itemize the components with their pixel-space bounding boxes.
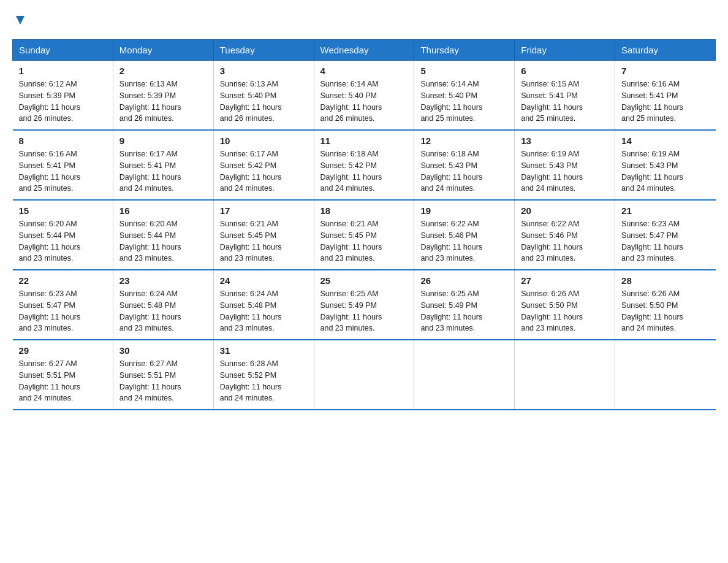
calendar-cell: 14 Sunrise: 6:19 AM Sunset: 5:43 PM Dayl… <box>615 130 716 200</box>
day-info: Sunrise: 6:23 AM Sunset: 5:47 PM Dayligh… <box>621 218 709 264</box>
svg-marker-0 <box>16 16 25 25</box>
calendar-cell: 22 Sunrise: 6:23 AM Sunset: 5:47 PM Dayl… <box>13 270 113 340</box>
day-number: 15 <box>19 205 107 216</box>
day-info: Sunrise: 6:16 AM Sunset: 5:41 PM Dayligh… <box>19 148 107 194</box>
calendar-cell <box>314 340 414 410</box>
calendar-table: SundayMondayTuesdayWednesdayThursdayFrid… <box>12 39 716 410</box>
day-info: Sunrise: 6:20 AM Sunset: 5:44 PM Dayligh… <box>119 218 207 264</box>
day-info: Sunrise: 6:23 AM Sunset: 5:47 PM Dayligh… <box>19 288 107 334</box>
weekday-header-wednesday: Wednesday <box>314 40 414 61</box>
calendar-cell <box>615 340 716 410</box>
day-info: Sunrise: 6:19 AM Sunset: 5:43 PM Dayligh… <box>621 148 709 194</box>
calendar-cell: 13 Sunrise: 6:19 AM Sunset: 5:43 PM Dayl… <box>515 130 615 200</box>
day-number: 12 <box>420 136 508 146</box>
day-number: 24 <box>220 275 308 286</box>
day-number: 10 <box>220 136 308 146</box>
calendar-cell: 25 Sunrise: 6:25 AM Sunset: 5:49 PM Dayl… <box>314 270 414 340</box>
calendar-cell: 10 Sunrise: 6:17 AM Sunset: 5:42 PM Dayl… <box>213 130 314 200</box>
weekday-header-monday: Monday <box>113 40 213 61</box>
calendar-cell: 6 Sunrise: 6:15 AM Sunset: 5:41 PM Dayli… <box>515 61 615 131</box>
calendar-cell: 18 Sunrise: 6:21 AM Sunset: 5:45 PM Dayl… <box>314 200 414 270</box>
weekday-header-thursday: Thursday <box>414 40 515 61</box>
calendar-body: 1 Sunrise: 6:12 AM Sunset: 5:39 PM Dayli… <box>13 61 716 410</box>
day-number: 11 <box>320 136 408 146</box>
day-info: Sunrise: 6:13 AM Sunset: 5:40 PM Dayligh… <box>220 79 308 124</box>
day-info: Sunrise: 6:22 AM Sunset: 5:46 PM Dayligh… <box>521 218 609 264</box>
weekday-header-friday: Friday <box>515 40 615 61</box>
day-number: 5 <box>420 66 508 76</box>
day-number: 7 <box>621 66 709 76</box>
day-number: 30 <box>119 345 207 356</box>
calendar-cell: 17 Sunrise: 6:21 AM Sunset: 5:45 PM Dayl… <box>213 200 314 270</box>
calendar-cell: 16 Sunrise: 6:20 AM Sunset: 5:44 PM Dayl… <box>113 200 213 270</box>
calendar-cell: 7 Sunrise: 6:16 AM Sunset: 5:41 PM Dayli… <box>615 61 716 131</box>
day-number: 26 <box>420 275 508 286</box>
day-info: Sunrise: 6:17 AM Sunset: 5:42 PM Dayligh… <box>220 148 308 194</box>
page-header <box>12 12 716 27</box>
day-number: 14 <box>621 136 709 146</box>
logo-triangle-icon <box>13 13 27 27</box>
day-number: 20 <box>521 205 609 216</box>
day-number: 17 <box>220 205 308 216</box>
week-row-1: 1 Sunrise: 6:12 AM Sunset: 5:39 PM Dayli… <box>13 61 716 131</box>
day-info: Sunrise: 6:26 AM Sunset: 5:50 PM Dayligh… <box>621 288 709 334</box>
calendar-cell: 20 Sunrise: 6:22 AM Sunset: 5:46 PM Dayl… <box>515 200 615 270</box>
day-number: 29 <box>19 345 107 356</box>
calendar-cell: 12 Sunrise: 6:18 AM Sunset: 5:43 PM Dayl… <box>414 130 515 200</box>
week-row-2: 8 Sunrise: 6:16 AM Sunset: 5:41 PM Dayli… <box>13 130 716 200</box>
day-number: 23 <box>119 275 207 286</box>
calendar-cell <box>515 340 615 410</box>
day-info: Sunrise: 6:24 AM Sunset: 5:48 PM Dayligh… <box>220 288 308 334</box>
day-info: Sunrise: 6:13 AM Sunset: 5:39 PM Dayligh… <box>119 79 207 124</box>
calendar-cell: 8 Sunrise: 6:16 AM Sunset: 5:41 PM Dayli… <box>13 130 113 200</box>
day-info: Sunrise: 6:26 AM Sunset: 5:50 PM Dayligh… <box>521 288 609 334</box>
day-info: Sunrise: 6:22 AM Sunset: 5:46 PM Dayligh… <box>420 218 508 264</box>
calendar-cell: 19 Sunrise: 6:22 AM Sunset: 5:46 PM Dayl… <box>414 200 515 270</box>
day-info: Sunrise: 6:15 AM Sunset: 5:41 PM Dayligh… <box>521 79 609 124</box>
day-info: Sunrise: 6:21 AM Sunset: 5:45 PM Dayligh… <box>320 218 408 264</box>
calendar-cell: 11 Sunrise: 6:18 AM Sunset: 5:42 PM Dayl… <box>314 130 414 200</box>
day-info: Sunrise: 6:27 AM Sunset: 5:51 PM Dayligh… <box>119 358 207 404</box>
calendar-cell: 3 Sunrise: 6:13 AM Sunset: 5:40 PM Dayli… <box>213 61 314 131</box>
day-number: 19 <box>420 205 508 216</box>
day-info: Sunrise: 6:24 AM Sunset: 5:48 PM Dayligh… <box>119 288 207 334</box>
day-info: Sunrise: 6:19 AM Sunset: 5:43 PM Dayligh… <box>521 148 609 194</box>
calendar-cell: 27 Sunrise: 6:26 AM Sunset: 5:50 PM Dayl… <box>515 270 615 340</box>
day-info: Sunrise: 6:18 AM Sunset: 5:43 PM Dayligh… <box>420 148 508 194</box>
day-info: Sunrise: 6:27 AM Sunset: 5:51 PM Dayligh… <box>19 358 107 404</box>
calendar-cell: 28 Sunrise: 6:26 AM Sunset: 5:50 PM Dayl… <box>615 270 716 340</box>
day-number: 18 <box>320 205 408 216</box>
day-info: Sunrise: 6:25 AM Sunset: 5:49 PM Dayligh… <box>320 288 408 334</box>
calendar-cell: 31 Sunrise: 6:28 AM Sunset: 5:52 PM Dayl… <box>213 340 314 410</box>
day-info: Sunrise: 6:14 AM Sunset: 5:40 PM Dayligh… <box>420 79 508 124</box>
weekday-header-row: SundayMondayTuesdayWednesdayThursdayFrid… <box>13 40 716 61</box>
calendar-cell: 21 Sunrise: 6:23 AM Sunset: 5:47 PM Dayl… <box>615 200 716 270</box>
day-number: 22 <box>19 275 107 286</box>
logo <box>12 12 27 27</box>
weekday-header-saturday: Saturday <box>615 40 716 61</box>
day-info: Sunrise: 6:18 AM Sunset: 5:42 PM Dayligh… <box>320 148 408 194</box>
calendar-header: SundayMondayTuesdayWednesdayThursdayFrid… <box>13 40 716 61</box>
day-number: 8 <box>19 136 107 146</box>
week-row-5: 29 Sunrise: 6:27 AM Sunset: 5:51 PM Dayl… <box>13 340 716 410</box>
calendar-cell: 30 Sunrise: 6:27 AM Sunset: 5:51 PM Dayl… <box>113 340 213 410</box>
day-number: 3 <box>220 66 308 76</box>
weekday-header-tuesday: Tuesday <box>213 40 314 61</box>
day-number: 13 <box>521 136 609 146</box>
calendar-cell: 4 Sunrise: 6:14 AM Sunset: 5:40 PM Dayli… <box>314 61 414 131</box>
day-info: Sunrise: 6:12 AM Sunset: 5:39 PM Dayligh… <box>19 79 107 124</box>
calendar-cell: 26 Sunrise: 6:25 AM Sunset: 5:49 PM Dayl… <box>414 270 515 340</box>
day-number: 2 <box>119 66 207 76</box>
calendar-cell: 5 Sunrise: 6:14 AM Sunset: 5:40 PM Dayli… <box>414 61 515 131</box>
calendar-cell: 29 Sunrise: 6:27 AM Sunset: 5:51 PM Dayl… <box>13 340 113 410</box>
day-number: 21 <box>621 205 709 216</box>
day-info: Sunrise: 6:16 AM Sunset: 5:41 PM Dayligh… <box>621 79 709 124</box>
day-number: 9 <box>119 136 207 146</box>
week-row-4: 22 Sunrise: 6:23 AM Sunset: 5:47 PM Dayl… <box>13 270 716 340</box>
day-number: 28 <box>621 275 709 286</box>
calendar-cell <box>414 340 515 410</box>
day-number: 31 <box>220 345 308 356</box>
calendar-cell: 23 Sunrise: 6:24 AM Sunset: 5:48 PM Dayl… <box>113 270 213 340</box>
week-row-3: 15 Sunrise: 6:20 AM Sunset: 5:44 PM Dayl… <box>13 200 716 270</box>
day-number: 27 <box>521 275 609 286</box>
